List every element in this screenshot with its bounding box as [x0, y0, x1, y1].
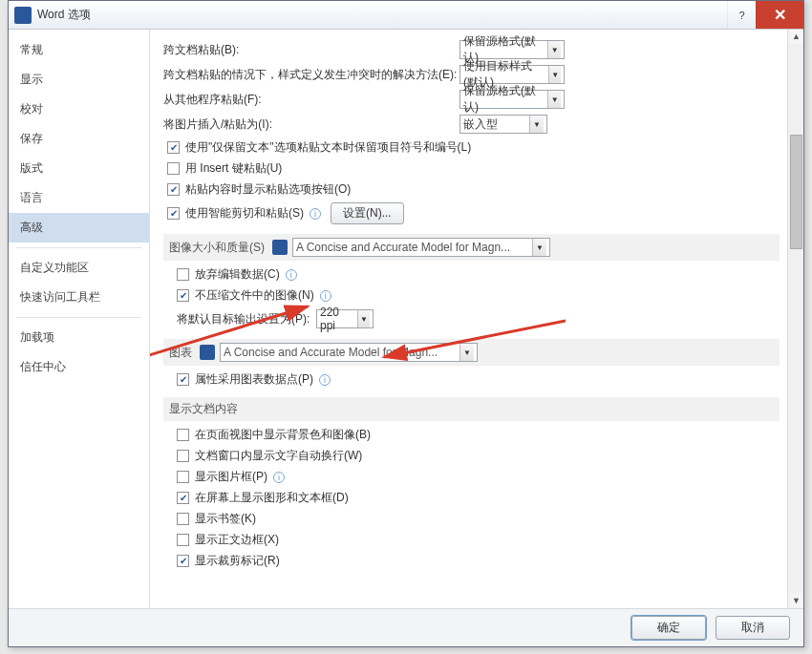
no-compress-checkbox[interactable]	[177, 289, 189, 302]
paste-cross-label: 跨文档粘贴(B):	[163, 42, 288, 58]
bookmark-checkbox[interactable]	[177, 513, 189, 525]
keep-bullets-label: 使用"仅保留文本"选项粘贴文本时保留项目符号和编号(L)	[185, 139, 471, 156]
word-doc-icon	[272, 240, 288, 255]
info-icon[interactable]: i	[319, 374, 331, 386]
options-dialog: Word 选项 ? ✕ 常规 显示 校对 保存 版式 语言 高级 自定义功能区 …	[8, 0, 804, 647]
word-wrap-label: 文档窗口内显示文字自动换行(W)	[195, 448, 362, 464]
chevron-down-icon: ▼	[532, 239, 546, 256]
dialog-footer: 确定 取消	[9, 608, 803, 646]
ppi-select[interactable]: 220 ppi▼	[316, 309, 374, 328]
scroll-up-icon[interactable]: ▲	[790, 30, 802, 44]
paste-other-select[interactable]: 保留源格式(默认)▼	[459, 90, 565, 109]
smart-cut-checkbox[interactable]	[167, 207, 180, 220]
sidebar-item-addins[interactable]: 加载项	[9, 323, 149, 352]
paste-pic-label: 将图片插入/粘贴为(I):	[163, 116, 288, 133]
draw-textbox-checkbox[interactable]	[177, 492, 189, 504]
content-area: 跨文档粘贴(B): 保留源格式(默认)▼ 跨文档粘贴的情况下，样式定义发生冲突时…	[150, 30, 803, 608]
paste-cross-select[interactable]: 保留源格式(默认)▼	[459, 40, 565, 59]
info-icon[interactable]: i	[310, 208, 321, 220]
sidebar: 常规 显示 校对 保存 版式 语言 高级 自定义功能区 快速访问工具栏 加载项 …	[9, 30, 150, 608]
image-doc-select[interactable]: A Concise and Accurate Model for Magn...…	[292, 238, 550, 257]
sidebar-item-layout[interactable]: 版式	[9, 154, 149, 183]
sidebar-item-proof[interactable]: 校对	[9, 95, 149, 124]
paste-conflict-select[interactable]: 使用目标样式(默认)▼	[459, 65, 565, 84]
sidebar-item-trust[interactable]: 信任中心	[9, 352, 149, 382]
scroll-thumb[interactable]	[790, 135, 802, 249]
chart-section-title: 图表	[169, 345, 192, 361]
cancel-button[interactable]: 取消	[716, 616, 790, 640]
bookmark-label: 显示书签(K)	[195, 511, 256, 527]
show-bg-checkbox[interactable]	[177, 429, 189, 441]
word-wrap-checkbox[interactable]	[177, 450, 189, 462]
chevron-down-icon: ▼	[548, 66, 561, 83]
sidebar-item-ribbon[interactable]: 自定义功能区	[9, 253, 149, 283]
scroll-down-icon[interactable]: ▼	[790, 594, 802, 608]
chart-datapoint-checkbox[interactable]	[177, 373, 189, 386]
crop-marks-checkbox[interactable]	[177, 555, 189, 567]
paste-options-label: 粘贴内容时显示粘贴选项按钮(O)	[185, 181, 351, 198]
keep-bullets-checkbox[interactable]	[167, 141, 180, 154]
chevron-down-icon: ▼	[529, 116, 544, 133]
info-icon[interactable]: i	[286, 269, 297, 281]
chart-section-header: 图表 A Concise and Accurate Model for Magn…	[163, 339, 780, 366]
word-doc-icon	[200, 345, 215, 360]
discard-edit-label: 放弃编辑数据(C)	[195, 266, 280, 283]
pic-placeholder-checkbox[interactable]	[177, 471, 189, 483]
display-section-title: 显示文档内容	[169, 401, 238, 417]
sidebar-item-language[interactable]: 语言	[9, 183, 149, 213]
info-icon[interactable]: i	[320, 290, 331, 302]
draw-textbox-label: 在屏幕上显示图形和文本框(D)	[195, 490, 349, 506]
titlebar[interactable]: Word 选项 ? ✕	[9, 1, 803, 30]
insert-key-checkbox[interactable]	[167, 162, 180, 175]
chart-doc-select[interactable]: A Concise and Accurate Model for Magn...…	[220, 343, 478, 362]
chevron-down-icon: ▼	[357, 310, 370, 327]
textbound-label: 显示正文边框(X)	[195, 532, 279, 548]
info-icon[interactable]: i	[273, 472, 285, 483]
smart-cut-label: 使用智能剪切和粘贴(S)	[185, 205, 304, 222]
settings-button[interactable]: 设置(N)...	[331, 202, 404, 224]
sidebar-item-save[interactable]: 保存	[9, 124, 149, 154]
no-compress-label: 不压缩文件中的图像(N)	[195, 287, 314, 304]
display-section-header: 显示文档内容	[163, 397, 780, 421]
pic-placeholder-label: 显示图片框(P)	[195, 469, 267, 485]
chevron-down-icon: ▼	[547, 41, 561, 58]
vertical-scrollbar[interactable]: ▲ ▼	[787, 30, 803, 608]
sidebar-item-advanced[interactable]: 高级	[9, 213, 149, 243]
ok-button[interactable]: 确定	[631, 616, 706, 640]
close-button[interactable]: ✕	[756, 1, 803, 29]
textbound-checkbox[interactable]	[177, 534, 189, 546]
crop-marks-label: 显示裁剪标记(R)	[195, 553, 280, 569]
sidebar-item-qat[interactable]: 快速访问工具栏	[9, 283, 149, 312]
image-section-header: 图像大小和质量(S) A Concise and Accurate Model …	[163, 234, 780, 261]
insert-key-label: 用 Insert 键粘贴(U)	[185, 160, 282, 177]
discard-edit-checkbox[interactable]	[177, 268, 189, 281]
chevron-down-icon: ▼	[459, 344, 474, 361]
chart-datapoint-label: 属性采用图表数据点(P)	[195, 371, 313, 388]
paste-options-checkbox[interactable]	[167, 183, 180, 196]
paste-pic-select[interactable]: 嵌入型▼	[459, 115, 547, 134]
ppi-label: 将默认目标输出设置为(P):	[177, 311, 310, 327]
image-section-title: 图像大小和质量(S)	[169, 240, 265, 256]
show-bg-label: 在页面视图中显示背景色和图像(B)	[195, 427, 371, 443]
paste-other-label: 从其他程序粘贴(F):	[163, 92, 288, 108]
help-button[interactable]: ?	[727, 1, 756, 29]
chevron-down-icon: ▼	[547, 91, 561, 108]
paste-conflict-label: 跨文档粘贴的情况下，样式定义发生冲突时的解决方法(E):	[163, 67, 459, 83]
sidebar-item-general[interactable]: 常规	[9, 35, 149, 65]
word-icon	[14, 7, 32, 24]
sidebar-item-display[interactable]: 显示	[9, 65, 149, 95]
window-title: Word 选项	[37, 7, 727, 23]
